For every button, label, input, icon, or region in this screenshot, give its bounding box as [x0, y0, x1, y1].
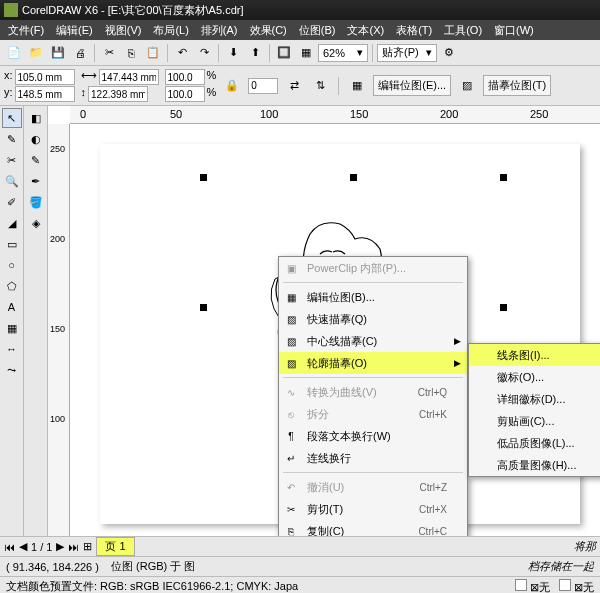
cm-undo[interactable]: ↶撤消(U)Ctrl+Z: [279, 476, 467, 498]
save-hint: 档存储在一起: [528, 559, 594, 574]
menu-bitmap[interactable]: 位图(B): [293, 21, 342, 40]
sy-input[interactable]: [165, 86, 205, 102]
bitmap-icon[interactable]: ▦: [347, 76, 367, 96]
outline-tool-icon[interactable]: ✒: [26, 171, 46, 191]
cut-icon: ✂: [283, 501, 299, 517]
trace-icon[interactable]: ▨: [457, 76, 477, 96]
rotation-input[interactable]: [248, 78, 278, 94]
menu-bar[interactable]: 文件(F) 编辑(E) 视图(V) 布局(L) 排列(A) 效果(C) 位图(B…: [0, 20, 600, 40]
connector-tool-icon[interactable]: ⤳: [2, 360, 22, 380]
menu-tools[interactable]: 工具(O): [438, 21, 488, 40]
selection-handle[interactable]: [500, 304, 507, 311]
selection-handle[interactable]: [500, 174, 507, 181]
menu-view[interactable]: 视图(V): [99, 21, 148, 40]
smart-fill-icon[interactable]: ◢: [2, 213, 22, 233]
crop-tool-icon[interactable]: ✂: [2, 150, 22, 170]
menu-text[interactable]: 文本(X): [341, 21, 390, 40]
import-icon[interactable]: ⬇: [223, 43, 243, 63]
freehand-tool-icon[interactable]: ✐: [2, 192, 22, 212]
export-icon[interactable]: ⬆: [245, 43, 265, 63]
sm-lineart[interactable]: 线条图(I)...: [469, 344, 600, 366]
menu-table[interactable]: 表格(T): [390, 21, 438, 40]
text-tool-icon[interactable]: A: [2, 297, 22, 317]
interactive-fill-icon[interactable]: ◈: [26, 213, 46, 233]
trace-bitmap-btn[interactable]: 描摹位图(T): [483, 75, 551, 96]
blend-tool-icon[interactable]: ◧: [26, 108, 46, 128]
edit-bitmap-btn[interactable]: 编辑位图(E)...: [373, 75, 451, 96]
lock-ratio-icon[interactable]: 🔒: [222, 76, 242, 96]
sm-detailed[interactable]: 详细徽标(D)...: [469, 388, 600, 410]
zoom-combo[interactable]: 62%▾: [318, 44, 368, 62]
menu-window[interactable]: 窗口(W): [488, 21, 540, 40]
page-last-icon[interactable]: ⏭: [68, 541, 79, 553]
w-input[interactable]: [99, 69, 159, 85]
cm-quicktrace[interactable]: ▨快速描摹(Q): [279, 308, 467, 330]
arrow-icon: ▶: [454, 336, 461, 346]
sm-lowq[interactable]: 低品质图像(L)...: [469, 432, 600, 454]
undo-icon[interactable]: ↶: [172, 43, 192, 63]
h-input[interactable]: [88, 86, 148, 102]
menu-file[interactable]: 文件(F): [2, 21, 50, 40]
fill-swatch[interactable]: [515, 579, 527, 591]
page-first-icon[interactable]: ⏮: [4, 541, 15, 553]
sm-highq[interactable]: 高质量图像(H)...: [469, 454, 600, 476]
fill-tool-icon[interactable]: 🪣: [26, 192, 46, 212]
x-input[interactable]: [15, 69, 75, 85]
page-prev-icon[interactable]: ◀: [19, 540, 27, 553]
title-bar: CorelDRAW X6 - [E:\其它00\百度素材\A5.cdr]: [0, 0, 600, 20]
options-icon[interactable]: ⚙: [439, 43, 459, 63]
copy-icon[interactable]: ⎘: [121, 43, 141, 63]
eyedropper-tool-icon[interactable]: ✎: [26, 150, 46, 170]
menu-edit[interactable]: 编辑(E): [50, 21, 99, 40]
redo-icon[interactable]: ↷: [194, 43, 214, 63]
cm-paragraph[interactable]: ¶段落文本换行(W): [279, 425, 467, 447]
cm-curve[interactable]: ∿转换为曲线(V)Ctrl+Q: [279, 381, 467, 403]
rectangle-tool-icon[interactable]: ▭: [2, 234, 22, 254]
sx-input[interactable]: [165, 69, 205, 85]
cut-icon[interactable]: ✂: [99, 43, 119, 63]
page-next-icon[interactable]: ▶: [56, 540, 64, 553]
new-icon[interactable]: 📄: [4, 43, 24, 63]
polygon-tool-icon[interactable]: ⬠: [2, 276, 22, 296]
cm-outline-trace[interactable]: ▨轮廓描摹(O)▶: [279, 352, 467, 374]
ruler-vertical[interactable]: 250 200 150 100: [48, 124, 70, 536]
pick-tool-icon[interactable]: ↖: [2, 108, 22, 128]
mirror-h-icon[interactable]: ⇄: [284, 76, 304, 96]
paste-icon[interactable]: 📋: [143, 43, 163, 63]
sm-clipart[interactable]: 剪贴画(C)...: [469, 410, 600, 432]
menu-effects[interactable]: 效果(C): [244, 21, 293, 40]
y-input[interactable]: [15, 86, 75, 102]
print-icon[interactable]: 🖨: [70, 43, 90, 63]
zoom-tool-icon[interactable]: 🔍: [2, 171, 22, 191]
sm-logo[interactable]: 徽标(O)...: [469, 366, 600, 388]
menu-layout[interactable]: 布局(L): [147, 21, 194, 40]
cm-copy[interactable]: ⎘复制(C)Ctrl+C: [279, 520, 467, 536]
cm-break[interactable]: ⎋拆分Ctrl+K: [279, 403, 467, 425]
snap-combo[interactable]: 贴齐(P)▾: [377, 44, 437, 62]
cm-linebreak[interactable]: ↵连线换行: [279, 447, 467, 469]
selection-handle[interactable]: [350, 174, 357, 181]
ellipse-tool-icon[interactable]: ○: [2, 255, 22, 275]
save-icon[interactable]: 💾: [48, 43, 68, 63]
selection-handle[interactable]: [200, 174, 207, 181]
shape-tool-icon[interactable]: ✎: [2, 129, 22, 149]
page-add-icon[interactable]: ⊞: [83, 540, 92, 553]
cm-editbitmap[interactable]: ▦编辑位图(B)...: [279, 286, 467, 308]
main-area: ↖ ✎ ✂ 🔍 ✐ ◢ ▭ ○ ⬠ A ▦ ↔ ⤳ ◧ ◐ ✎ ✒ 🪣 ◈ 0 …: [0, 106, 600, 536]
app-icon[interactable]: 🔲: [274, 43, 294, 63]
menu-arrange[interactable]: 排列(A): [195, 21, 244, 40]
table-tool-icon[interactable]: ▦: [2, 318, 22, 338]
outline-swatch[interactable]: [559, 579, 571, 591]
cm-powerclip[interactable]: ▣PowerClip 内部(P)...: [279, 257, 467, 279]
ruler-horizontal[interactable]: 0 50 100 150 200 250: [70, 106, 600, 124]
transparency-tool-icon[interactable]: ◐: [26, 129, 46, 149]
outline-icon: ▨: [283, 355, 299, 371]
dimension-tool-icon[interactable]: ↔: [2, 339, 22, 359]
cm-centerline[interactable]: ▨中心线描摹(C)▶: [279, 330, 467, 352]
cm-cut[interactable]: ✂剪切(T)Ctrl+X: [279, 498, 467, 520]
selection-handle[interactable]: [200, 304, 207, 311]
open-icon[interactable]: 📁: [26, 43, 46, 63]
mirror-v-icon[interactable]: ⇅: [310, 76, 330, 96]
page-tab[interactable]: 页 1: [96, 537, 134, 556]
welcome-icon[interactable]: ▦: [296, 43, 316, 63]
